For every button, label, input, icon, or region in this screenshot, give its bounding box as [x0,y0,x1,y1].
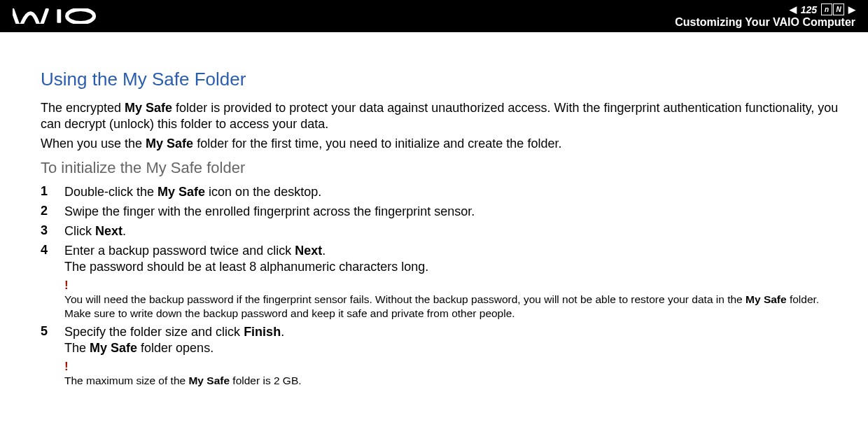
text-bold: Finish [244,325,281,339]
text: Specify the folder size and click [64,325,244,339]
text: The maximum size of the [64,374,188,386]
text-bold: My Safe [188,374,230,386]
steps-list-cont: 5 Specify the folder size and click Fini… [41,324,840,356]
step-number: 2 [41,204,49,218]
subheading: To initialize the My Safe folder [41,159,840,177]
page-number: 125 [801,4,817,15]
text-bold: My Safe [125,101,172,115]
text: Click [64,224,95,238]
intro-para-2: When you use the My Safe folder for the … [41,136,840,152]
step-number: 3 [41,223,49,238]
text-bold: My Safe [158,185,205,199]
text: You will need the backup password if the… [64,293,746,305]
text: The password should be at least 8 alphan… [64,260,428,274]
text-bold: My Safe [146,136,193,150]
text: folder is 2 GB. [230,374,302,386]
svg-point-1 [67,9,94,22]
text-bold: Next [95,224,122,238]
step-body: Click Next. [64,223,126,239]
header-bar: ▶ 125 n N ▶ Customizing Your VAIO Comput… [0,0,868,32]
vaio-logo [13,8,103,24]
list-item: 2 Swipe the finger with the enrolled fin… [41,204,840,220]
prev-page-icon[interactable]: ▶ [790,4,797,15]
vaio-logo-svg [13,8,103,24]
list-item: 5 Specify the folder size and click Fini… [41,324,840,356]
text: . [322,244,326,258]
step-body: Enter a backup password twice and click … [64,243,428,275]
svg-rect-0 [57,9,61,22]
text-bold: Next [295,244,322,258]
text: folder for the first time, you need to i… [193,136,561,150]
intro-para-1: The encrypted My Safe folder is provided… [41,100,840,132]
warning-body: You will need the backup password if the… [64,293,840,321]
text: The encrypted [41,101,125,115]
warning-icon: ! [64,279,840,291]
text: Enter a backup password twice and click [64,244,295,258]
page-nav: ▶ 125 n N ▶ [790,4,855,15]
step-number: 5 [41,324,49,339]
content: Using the My Safe Folder The encrypted M… [0,32,868,388]
text: folder opens. [137,341,214,355]
nav-letter-big-n[interactable]: N [833,4,844,15]
next-page-icon[interactable]: ▶ [848,4,855,15]
step-body: Double-click the My Safe icon on the des… [64,184,321,200]
text: When you use the [41,136,146,150]
nav-letters: n N [821,4,844,15]
text: . [281,325,284,339]
warning-note: ! You will need the backup password if t… [64,279,840,321]
text: icon on the desktop. [205,185,321,199]
warning-icon: ! [64,360,840,372]
step-body: Swipe the finger with the enrolled finge… [64,204,475,220]
text-bold: My Safe [90,341,137,355]
text: The [64,341,90,355]
list-item: 4 Enter a backup password twice and clic… [41,243,840,275]
text: . [122,224,126,238]
step-number: 1 [41,184,49,199]
header-right: ▶ 125 n N ▶ Customizing Your VAIO Comput… [675,4,855,29]
list-item: 1 Double-click the My Safe icon on the d… [41,184,840,200]
steps-list: 1 Double-click the My Safe icon on the d… [41,184,840,275]
header-title: Customizing Your VAIO Computer [675,16,855,29]
page-heading: Using the My Safe Folder [41,69,840,90]
text: Double-click the [64,185,158,199]
list-item: 3 Click Next. [41,223,840,239]
warning-body: The maximum size of the My Safe folder i… [64,374,840,388]
warning-note: ! The maximum size of the My Safe folder… [64,360,840,388]
text-bold: My Safe [746,293,787,305]
step-body: Specify the folder size and click Finish… [64,324,284,356]
step-number: 4 [41,243,49,258]
nav-letter-n[interactable]: n [821,4,832,15]
